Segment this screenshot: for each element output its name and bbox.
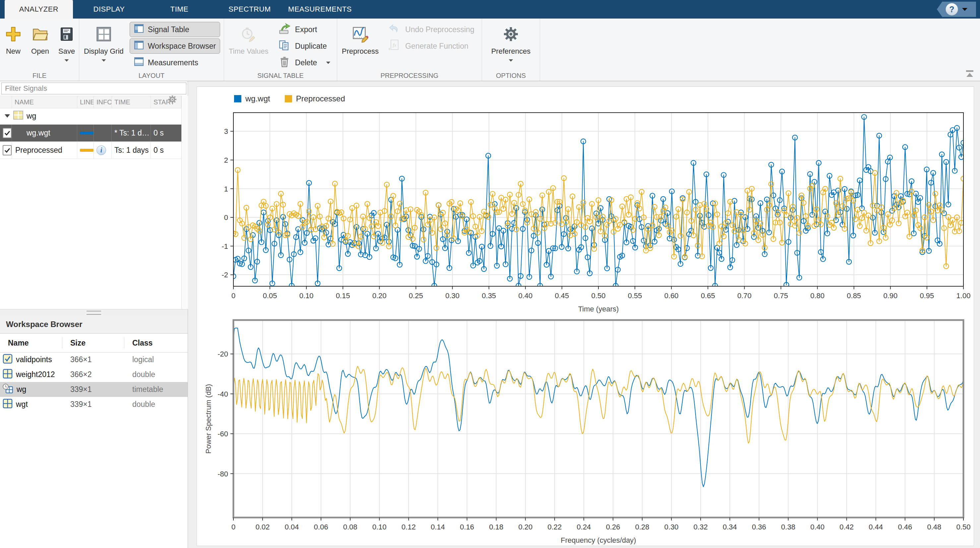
svg-text:0.35: 0.35 — [482, 292, 496, 300]
svg-text:0.32: 0.32 — [694, 523, 708, 531]
svg-text:0.12: 0.12 — [401, 523, 416, 531]
signal-checkbox[interactable] — [0, 142, 12, 159]
svg-text:0.28: 0.28 — [635, 523, 649, 531]
open-button[interactable]: Open — [29, 21, 52, 57]
time-values-button[interactable]: Time Values — [226, 21, 271, 57]
svg-text:0.48: 0.48 — [927, 523, 942, 531]
svg-text:0.26: 0.26 — [606, 523, 620, 531]
time-cell: * Ts: 1 d… — [112, 125, 151, 141]
start-cell: 0 s — [151, 125, 181, 141]
ws-column-header-class[interactable]: Class — [124, 337, 188, 349]
workspace-row-wgt[interactable]: wgt 339×1 double — [0, 397, 188, 412]
panel-splitter[interactable] — [0, 309, 188, 316]
ribbon-section-options: Preferences OPTIONS — [482, 19, 540, 81]
workspace-browser-toggle[interactable]: Workspace Browser — [130, 38, 220, 54]
svg-text:0.40: 0.40 — [810, 523, 824, 531]
tab-measurements[interactable]: MEASUREMENTS — [286, 0, 354, 19]
splitter-grip-icon — [86, 311, 101, 315]
workspace-browser-title: Workspace Browser — [0, 315, 188, 334]
generate-function-button[interactable]: fx Generate Function — [385, 38, 477, 54]
ribbon-section-preprocessing: Preprocess Undo Preprocessing fx Generat… — [337, 19, 482, 81]
info-cell — [94, 125, 112, 141]
info-cell[interactable]: i — [94, 142, 112, 159]
line-style-swatch[interactable] — [77, 142, 94, 159]
svg-text:0.10: 0.10 — [299, 292, 313, 300]
chevron-down-icon — [326, 61, 331, 64]
new-button[interactable]: New — [2, 21, 24, 57]
svg-text:0.20: 0.20 — [372, 292, 387, 300]
y-axis-label: Power Spectrum (dB) — [204, 384, 213, 454]
spectrum-plot[interactable]: 00.020.040.060.080.100.120.140.160.180.2… — [197, 315, 974, 546]
column-header-info[interactable]: INFO — [94, 96, 112, 108]
help-button[interactable]: ? — [937, 2, 976, 17]
chevron-down-icon — [102, 59, 106, 62]
workspace-row-wg[interactable]: wg 339×1 timetable — [0, 382, 188, 397]
ws-column-header-name[interactable]: Name — [0, 337, 62, 349]
svg-text:0.04: 0.04 — [285, 523, 299, 531]
table-settings-gear-icon[interactable] — [167, 94, 177, 106]
preprocess-button[interactable]: Preprocess — [339, 21, 381, 57]
column-header-checkbox[interactable] — [0, 96, 12, 108]
variable-class: double — [124, 400, 188, 409]
variable-name: wgt — [16, 400, 28, 409]
workspace-row-weight2012[interactable]: weight2012 366×2 double — [0, 367, 188, 382]
svg-text:0.42: 0.42 — [840, 523, 854, 531]
time-plot[interactable]: 00.050.100.150.200.250.300.350.400.450.5… — [197, 87, 974, 315]
display-grid-button[interactable]: Display Grid — [81, 21, 126, 63]
svg-text:-20: -20 — [218, 350, 228, 358]
matrix-icon — [3, 369, 13, 381]
tab-bar: ANALYZERDISPLAYTIMESPECTRUMMEASUREMENTS … — [0, 0, 980, 19]
ribbon-section-layout: Display Grid Signal Table Worksp — [79, 19, 224, 81]
filter-signals-input[interactable] — [1, 83, 186, 94]
svg-text:0.34: 0.34 — [723, 523, 737, 531]
info-icon: i — [97, 145, 106, 155]
signal-table-scrollbar[interactable] — [181, 96, 188, 309]
svg-text:0.36: 0.36 — [752, 523, 766, 531]
svg-text:fx: fx — [393, 42, 396, 48]
preferences-button[interactable]: Preferences — [489, 21, 533, 63]
signal-checkbox[interactable] — [0, 125, 12, 141]
svg-text:0.18: 0.18 — [489, 523, 503, 531]
tab-analyzer[interactable]: ANALYZER — [5, 0, 73, 19]
tab-time[interactable]: TIME — [145, 0, 213, 19]
section-label-preprocessing: PREPROCESSING — [337, 72, 482, 79]
tab-spectrum[interactable]: SPECTRUM — [215, 0, 284, 19]
svg-text:2: 2 — [224, 156, 228, 164]
workspace-row-validpoints[interactable]: validpoints 366×1 logical — [0, 352, 188, 367]
variable-size: 366×2 — [62, 370, 124, 379]
measurements-toggle[interactable]: Measurements — [130, 55, 220, 70]
column-header-time[interactable]: TIME — [112, 96, 151, 108]
signal-table-toggle[interactable]: Signal Table — [130, 22, 220, 37]
svg-text:0.25: 0.25 — [409, 292, 423, 300]
delete-button[interactable]: Delete — [275, 55, 334, 71]
column-header-line[interactable]: LINE — [77, 96, 94, 108]
svg-text:0.46: 0.46 — [898, 523, 912, 531]
signal-row-wg.wgt[interactable]: wg.wgt * Ts: 1 d… 0 s — [0, 125, 181, 142]
line-style-swatch[interactable] — [77, 125, 94, 141]
save-button[interactable]: Save — [56, 21, 78, 63]
ws-column-header-size[interactable]: Size — [62, 337, 124, 349]
tab-display[interactable]: DISPLAY — [75, 0, 143, 19]
svg-text:1: 1 — [224, 185, 228, 193]
svg-text:0.95: 0.95 — [920, 292, 934, 300]
ribbon-section-signal-table: Time Values Export Duplicate — [224, 19, 337, 81]
duplicate-button[interactable]: Duplicate — [275, 38, 334, 54]
expander-caret-icon[interactable] — [5, 114, 10, 118]
signal-table-rows: wg wg.wgt * Ts: 1 d… 0 s Preprocessed i … — [0, 108, 181, 159]
variable-size: 366×1 — [62, 355, 124, 364]
variable-name: validpoints — [16, 355, 52, 364]
svg-text:0.06: 0.06 — [314, 523, 328, 531]
display-grid-icon — [95, 22, 112, 46]
undo-preprocessing-button[interactable]: Undo Preprocessing — [385, 22, 477, 37]
collapse-ribbon-button[interactable] — [963, 69, 977, 79]
export-button[interactable]: Export — [275, 22, 334, 37]
svg-text:0.38: 0.38 — [781, 523, 795, 531]
section-label-signal-table: SIGNAL TABLE — [224, 72, 337, 79]
chevron-down-icon — [509, 59, 513, 62]
ribbon: New Open Save FILE — [0, 19, 980, 81]
signal-group-row-wg[interactable]: wg — [0, 108, 181, 125]
signal-row-Preprocessed[interactable]: Preprocessed i Ts: 1 days 0 s — [0, 142, 181, 159]
variable-name: weight2012 — [16, 370, 55, 379]
svg-text:0.24: 0.24 — [577, 523, 591, 531]
column-header-name[interactable]: NAME — [12, 96, 77, 108]
